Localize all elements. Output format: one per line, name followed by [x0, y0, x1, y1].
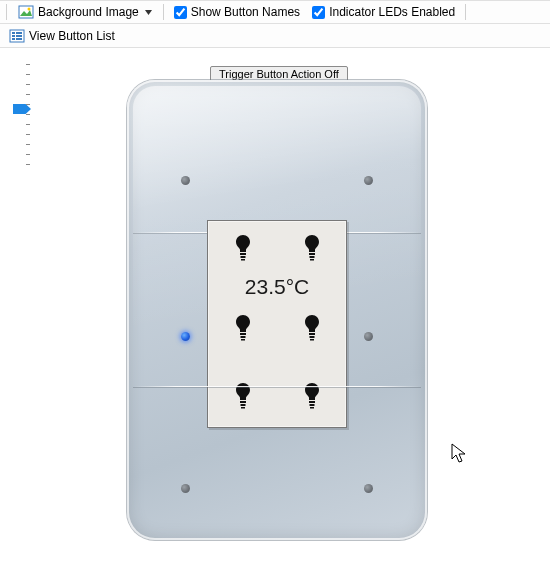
indicator-led-1[interactable] [181, 176, 190, 185]
svg-rect-9 [12, 38, 15, 40]
image-icon [18, 4, 34, 20]
indicator-leds-checkbox[interactable]: Indicator LEDs Enabled [308, 5, 459, 19]
toolbar-separator [6, 4, 7, 20]
chevron-down-icon [145, 9, 152, 16]
svg-rect-13 [241, 259, 245, 261]
show-button-names-label: Show Button Names [191, 5, 300, 19]
toolbar-separator [465, 4, 466, 20]
svg-rect-11 [240, 253, 246, 255]
svg-rect-10 [16, 38, 22, 40]
svg-rect-15 [309, 256, 314, 258]
svg-rect-6 [16, 32, 22, 34]
svg-rect-19 [241, 339, 245, 341]
indicator-led-6[interactable] [364, 484, 373, 493]
svg-rect-22 [310, 339, 314, 341]
preview-canvas: Trigger Button Action Off 23.5°C [0, 48, 550, 575]
slider-thumb[interactable] [13, 104, 31, 114]
svg-rect-24 [240, 404, 245, 406]
device-screen: 23.5°C [207, 220, 347, 428]
bulb-icon [302, 233, 322, 261]
svg-rect-8 [16, 35, 22, 37]
screen-row-mid [208, 313, 346, 341]
background-image-dropdown[interactable]: Background Image [13, 2, 157, 22]
svg-rect-14 [309, 253, 315, 255]
bulb-icon [233, 233, 253, 261]
indicator-leds-label: Indicator LEDs Enabled [329, 5, 455, 19]
list-icon [9, 28, 25, 44]
indicator-led-5[interactable] [181, 484, 190, 493]
svg-rect-7 [12, 35, 15, 37]
bulb-icon [233, 381, 253, 409]
indicator-led-3[interactable] [181, 332, 190, 341]
svg-point-2 [28, 8, 31, 11]
screen-row-top [208, 233, 346, 261]
svg-rect-0 [19, 6, 33, 18]
svg-rect-20 [309, 333, 315, 335]
secondary-toolbar: View Button List [0, 24, 550, 48]
svg-rect-21 [309, 336, 314, 338]
svg-rect-12 [240, 256, 245, 258]
background-image-label: Background Image [38, 5, 139, 19]
svg-rect-28 [310, 407, 314, 409]
svg-rect-26 [309, 401, 315, 403]
keypad-device: 23.5°C [127, 80, 427, 540]
view-button-list-button[interactable]: View Button List [4, 26, 120, 46]
bulb-icon [302, 313, 322, 341]
show-button-names-input[interactable] [174, 6, 187, 19]
indicator-led-2[interactable] [364, 176, 373, 185]
svg-marker-3 [145, 10, 152, 15]
svg-rect-23 [240, 401, 246, 403]
main-toolbar: Background Image Show Button Names Indic… [0, 0, 550, 24]
view-button-list-label: View Button List [29, 29, 115, 43]
brightness-slider[interactable] [17, 60, 31, 170]
svg-rect-17 [240, 333, 246, 335]
mouse-cursor-icon [451, 443, 467, 465]
bulb-icon [302, 381, 322, 409]
indicator-leds-input[interactable] [312, 6, 325, 19]
toolbar-separator [163, 4, 164, 20]
screen-row-bot [208, 381, 346, 409]
indicator-led-4[interactable] [364, 332, 373, 341]
svg-rect-5 [12, 32, 15, 34]
show-button-names-checkbox[interactable]: Show Button Names [170, 5, 304, 19]
svg-rect-18 [240, 336, 245, 338]
svg-rect-25 [241, 407, 245, 409]
bulb-icon [233, 313, 253, 341]
svg-rect-16 [310, 259, 314, 261]
svg-rect-27 [309, 404, 314, 406]
temperature-readout: 23.5°C [208, 275, 346, 299]
